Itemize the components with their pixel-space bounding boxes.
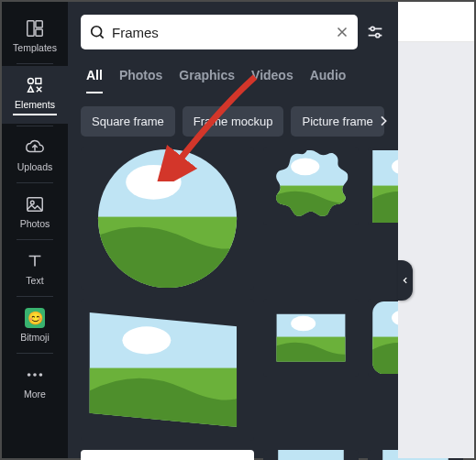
elements-panel: All Photos Graphics Videos Audio Square … (68, 2, 398, 458)
canvas-surface[interactable] (398, 42, 474, 458)
frame-wavy-circle[interactable] (263, 148, 359, 225)
rail-divider (17, 296, 53, 297)
filter-tabs: All Photos Graphics Videos Audio (68, 59, 398, 93)
frame-circle[interactable] (81, 148, 254, 290)
rail-text[interactable]: Text (2, 242, 68, 294)
frame-small-rect[interactable] (263, 299, 359, 377)
chevron-left-icon (401, 276, 410, 285)
svg-rect-0 (28, 21, 34, 37)
templates-icon (25, 18, 45, 38)
tab-all[interactable]: All (86, 62, 103, 93)
clear-icon[interactable] (334, 24, 350, 40)
rail-divider (17, 63, 53, 64)
svg-point-16 (126, 165, 181, 200)
svg-point-6 (30, 201, 34, 204)
svg-rect-1 (36, 21, 42, 27)
rail-templates[interactable]: Templates (2, 9, 68, 61)
svg-point-19 (291, 158, 319, 175)
frames-grid (68, 148, 398, 413)
rail-label: Photos (20, 218, 50, 229)
rail-label: Templates (13, 42, 57, 53)
svg-point-11 (371, 27, 374, 30)
search-row (68, 2, 398, 59)
bitmoji-icon: 😊 (25, 308, 45, 328)
svg-point-12 (376, 34, 380, 38)
svg-point-3 (28, 78, 33, 83)
left-rail: Templates Elements Uploads Photos (2, 2, 68, 458)
filter-icon[interactable] (365, 22, 385, 42)
rail-label: Bitmoji (20, 332, 50, 343)
suggestion-chips-wrap: Square frame Frame mockup Picture frame (68, 93, 398, 148)
rail-divider (17, 239, 53, 240)
more-icon (25, 365, 45, 385)
canvas-toolbar (398, 2, 474, 42)
search-input[interactable] (112, 25, 328, 40)
svg-rect-37 (271, 450, 349, 460)
photos-icon (25, 194, 45, 214)
text-icon (25, 251, 45, 271)
rail-label: More (24, 389, 46, 400)
rail-label: Uploads (17, 161, 53, 172)
svg-point-10 (92, 27, 102, 37)
rail-label: Elements (15, 99, 55, 110)
rail-label: Text (26, 275, 43, 286)
svg-point-8 (33, 373, 37, 377)
tab-photos[interactable]: Photos (119, 62, 162, 93)
tab-graphics[interactable]: Graphics (179, 62, 235, 93)
chip-square-frame[interactable]: Square frame (81, 106, 175, 137)
frame-tall-a[interactable] (263, 450, 359, 460)
frame-photo-strip[interactable] (81, 450, 254, 460)
svg-rect-4 (36, 78, 41, 83)
chips-scroll-right-icon[interactable] (374, 112, 393, 130)
svg-point-31 (291, 316, 315, 332)
rail-bitmoji[interactable]: 😊 Bitmoji (2, 299, 68, 351)
rail-more[interactable]: More (2, 356, 68, 408)
active-underline (13, 114, 57, 115)
suggestion-chips: Square frame Frame mockup Picture frame (68, 93, 398, 148)
svg-point-7 (28, 373, 31, 377)
rail-photos[interactable]: Photos (2, 185, 68, 237)
search-box[interactable] (81, 15, 358, 49)
rail-divider (17, 126, 53, 126)
rail-elements[interactable]: Elements (2, 66, 68, 124)
svg-point-9 (39, 373, 43, 377)
elements-icon (25, 75, 45, 95)
svg-point-27 (122, 326, 171, 354)
chip-picture-frame[interactable]: Picture frame (291, 106, 383, 137)
uploads-icon (25, 137, 45, 158)
rail-uploads[interactable]: Uploads (2, 128, 68, 181)
panel-collapse-button[interactable] (398, 260, 413, 301)
rail-divider (17, 182, 53, 183)
canvas-area (398, 2, 474, 458)
frame-skew-left[interactable] (81, 299, 254, 441)
search-icon (88, 23, 106, 41)
chip-frame-mockup[interactable]: Frame mockup (183, 106, 284, 137)
rail-divider (17, 353, 53, 354)
tab-videos[interactable]: Videos (251, 62, 293, 93)
svg-rect-2 (36, 29, 42, 36)
tab-audio[interactable]: Audio (310, 62, 347, 93)
